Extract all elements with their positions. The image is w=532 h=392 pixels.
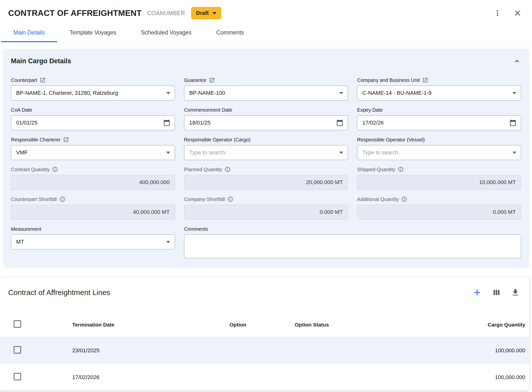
chevron-down-icon (339, 152, 343, 154)
calendar-icon[interactable] (506, 119, 516, 126)
counterpart-shortfall-value: 40,000.000 MT (11, 205, 175, 220)
cell-termination-date: 17/02/2026 (72, 374, 230, 381)
coa-date-input[interactable]: 01/01/25 (11, 115, 175, 130)
responsible-charterer-value: VMF (16, 149, 28, 156)
chevron-down-icon (212, 12, 216, 14)
guarantor-label: Guarantor (184, 77, 206, 83)
calendar-icon[interactable] (333, 119, 343, 126)
info-icon[interactable] (401, 196, 407, 202)
responsible-operator-vessel-label: Responsible Operator (Vessel) (357, 137, 425, 143)
tab-main-details[interactable]: Main Details (1, 24, 57, 42)
expiry-date-input[interactable]: 17/02/26 (357, 115, 521, 130)
main-cargo-grid: Counterpart BP-NAME-1, Charterer, 31280,… (11, 77, 521, 258)
commencement-date-value: 18/01/25 (189, 120, 211, 126)
tab-scheduled-voyages[interactable]: Scheduled Voyages (129, 24, 204, 42)
section-title: Main Cargo Details (11, 57, 71, 65)
contract-quantity-field: Contract Quantity 400,000.000 (11, 166, 175, 190)
company-shortfall-field: Company Shortfall 0.000 MT (184, 196, 348, 220)
page-title: CONTRACT OF AFFREIGHTMENT (8, 8, 142, 18)
close-button[interactable] (513, 9, 522, 18)
status-badge[interactable]: Draft (191, 7, 221, 19)
tab-comments[interactable]: Comments (204, 24, 256, 42)
columns-button[interactable] (492, 288, 501, 297)
window-header: CONTRACT OF AFFREIGHTMENT COANUMBER Draf… (0, 0, 532, 19)
additional-quantity-value: 0.000 MT (357, 205, 521, 220)
company-business-unit-field: Company and Business Unit C-NAME-14 - BU… (357, 77, 521, 100)
coa-date-label: CoA Date (11, 107, 32, 113)
info-icon[interactable] (59, 196, 65, 202)
info-icon[interactable] (227, 196, 233, 202)
table-header-row: Termination Date Option Option Status Ca… (0, 312, 529, 337)
comments-label: Comments (184, 226, 208, 232)
lines-header: Contract of Affreightment Lines (0, 288, 529, 297)
guarantor-select[interactable]: BP-NAME-100 (184, 86, 348, 100)
counterpart-value: BP-NAME-1, Charterer, 31280, Ratzeburg (16, 90, 118, 96)
commencement-date-label: Commencement Date (184, 107, 233, 113)
commencement-date-input[interactable]: 18/01/25 (184, 115, 348, 130)
contract-quantity-value: 400,000.000 (11, 175, 175, 190)
expiry-date-label: Expiry Date (357, 107, 383, 113)
planned-quantity-field: Planned Quantity 20,000.000 MT (184, 166, 348, 190)
tab-bar: Main Details Template Voyages Scheduled … (0, 24, 532, 42)
row-checkbox[interactable] (14, 373, 21, 380)
coa-date-value: 01/01/25 (16, 120, 37, 126)
row-checkbox[interactable] (14, 346, 21, 354)
responsible-operator-cargo-label: Responsible Operator (Cargo) (184, 137, 251, 143)
planned-quantity-value: 20,000.000 MT (184, 175, 348, 190)
chevron-down-icon (166, 152, 170, 154)
measurement-value: MT (16, 239, 24, 245)
info-icon[interactable] (225, 166, 231, 172)
coa-window: CONTRACT OF AFFREIGHTMENT COANUMBER Draf… (0, 0, 532, 391)
measurement-select[interactable]: MT (11, 234, 175, 249)
tab-template-voyages[interactable]: Template Voyages (57, 24, 129, 42)
table-row[interactable]: 17/02/2026 100,000.000 (0, 364, 529, 391)
table-row[interactable]: 23/01/2025 100,000.000 (0, 337, 529, 364)
select-all-checkbox[interactable] (14, 320, 21, 328)
expiry-date-value: 17/02/26 (362, 120, 384, 126)
collapse-section-button[interactable] (513, 57, 521, 65)
open-in-new-icon[interactable] (209, 77, 215, 83)
col-option-status: Option Status (295, 322, 419, 328)
commencement-date-field: Commencement Date 18/01/25 (184, 107, 348, 130)
chevron-down-icon (512, 152, 516, 154)
comments-textarea[interactable] (184, 234, 521, 258)
view-column-icon (492, 288, 501, 297)
chevron-down-icon (166, 241, 170, 243)
responsible-operator-cargo-field: Responsible Operator (Cargo) (184, 137, 348, 160)
additional-quantity-label: Additional Quantity (357, 196, 399, 202)
col-option: Option (230, 322, 295, 328)
shipped-quantity-label: Shipped Quantity (357, 166, 395, 172)
responsible-operator-vessel-search-input[interactable] (362, 149, 509, 156)
company-business-unit-value: C-NAME-14 - BU-NAME-1-9 (362, 90, 432, 96)
additional-quantity-field: Additional Quantity 0.000 MT (357, 196, 521, 220)
lines-toolbar (472, 288, 520, 297)
responsible-operator-cargo-select[interactable] (184, 145, 348, 160)
cell-cargo-quantity: 100,000.000 (419, 347, 525, 354)
info-icon[interactable] (52, 166, 58, 172)
download-icon (511, 288, 520, 297)
more-vert-icon (493, 9, 502, 17)
comments-field: Comments (184, 226, 521, 258)
responsible-operator-vessel-select[interactable] (357, 145, 521, 160)
calendar-icon[interactable] (160, 119, 170, 126)
cell-select (8, 346, 72, 355)
counterpart-select[interactable]: BP-NAME-1, Charterer, 31280, Ratzeburg (11, 86, 175, 100)
responsible-charterer-select[interactable]: VMF (11, 145, 175, 160)
open-in-new-icon[interactable] (40, 77, 46, 83)
add-line-button[interactable] (472, 288, 482, 297)
cell-termination-date: 23/01/2025 (72, 347, 230, 354)
more-menu-button[interactable] (493, 9, 502, 17)
measurement-label: Measurement (11, 226, 41, 232)
col-termination-date: Termination Date (72, 322, 230, 328)
download-button[interactable] (511, 288, 520, 297)
company-business-unit-select[interactable]: C-NAME-14 - BU-NAME-1-9 (357, 86, 521, 100)
info-icon[interactable] (398, 166, 404, 172)
open-in-new-icon[interactable] (422, 77, 428, 83)
add-icon (472, 288, 482, 297)
contract-quantity-label: Contract Quantity (11, 166, 50, 172)
planned-quantity-label: Planned Quantity (184, 166, 222, 172)
company-shortfall-value: 0.000 MT (184, 205, 348, 220)
responsible-operator-cargo-search-input[interactable] (189, 149, 336, 156)
coa-number: COANUMBER (147, 10, 185, 17)
open-in-new-icon[interactable] (63, 137, 69, 143)
